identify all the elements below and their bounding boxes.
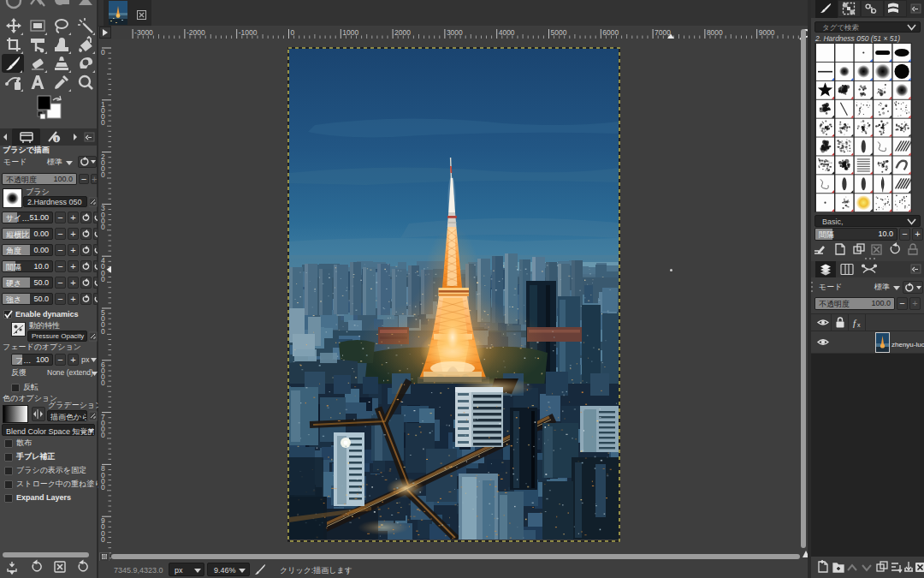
- svg-text:0: 0: [101, 275, 105, 283]
- svg-text:-1000: -1000: [239, 28, 258, 37]
- svg-text:0: 0: [101, 223, 105, 231]
- svg-text:x: x: [857, 322, 861, 328]
- svg-text:-2000: -2000: [187, 28, 205, 37]
- svg-text:0: 0: [101, 48, 105, 57]
- svg-text:0: 0: [101, 327, 105, 336]
- svg-text:0: 0: [101, 118, 105, 127]
- svg-text:i: i: [56, 135, 57, 143]
- svg-text:0: 0: [101, 170, 105, 179]
- svg-text:-3000: -3000: [134, 28, 153, 37]
- svg-text:0: 0: [101, 535, 105, 544]
- svg-text:0: 0: [101, 378, 105, 387]
- svg-text:0: 0: [101, 483, 105, 492]
- svg-text:0: 0: [101, 431, 105, 439]
